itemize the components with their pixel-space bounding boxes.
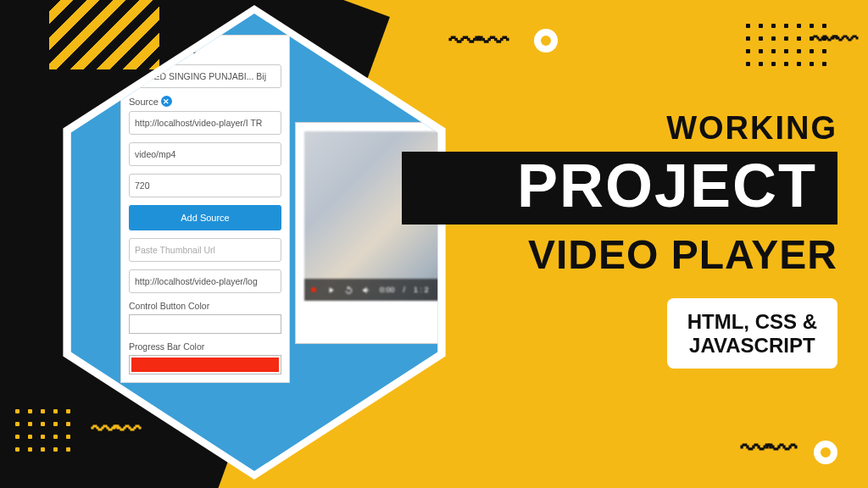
resolution-input[interactable]	[129, 174, 281, 197]
add-source-button[interactable]: Add Source	[129, 205, 281, 230]
progress-dot-icon[interactable]	[311, 287, 316, 292]
time-total: 1 : 2	[414, 286, 429, 294]
volume-icon[interactable]	[362, 286, 371, 295]
remove-source-icon[interactable]: ✕	[161, 96, 172, 107]
hexagon-screenshot: Embed Code Source ✕ Add Source Control B…	[51, 5, 458, 480]
mime-input[interactable]	[129, 142, 281, 166]
source-url-input[interactable]	[129, 111, 281, 135]
video-controls: 0:00 / 1 : 2	[304, 279, 449, 301]
replay-icon[interactable]	[344, 286, 353, 295]
circle-icon	[534, 29, 558, 53]
source-label-row: Source ✕	[129, 96, 281, 107]
tech-pill: HTML, CSS & JAVASCRIPT	[667, 298, 837, 369]
pill-line-1: HTML, CSS &	[687, 310, 817, 333]
progress-color-picker[interactable]	[129, 355, 281, 374]
circle-icon	[814, 441, 837, 464]
thumbnail-url-input[interactable]	[129, 238, 281, 262]
squiggle-icon: 〰〰	[741, 431, 792, 467]
headline-project: PROJECT	[402, 152, 837, 225]
headlines: WORKING PROJECT VIDEO PLAYER HTML, CSS &…	[453, 110, 868, 369]
time-sep: /	[403, 286, 406, 294]
headline-video-player: VIDEO PLAYER	[453, 231, 837, 278]
progress-color-label: Progress Bar Color	[129, 341, 281, 352]
pill-line-2: JAVASCRIPT	[689, 334, 815, 357]
embed-form-panel: Embed Code Source ✕ Add Source Control B…	[120, 35, 290, 383]
source-label: Source	[129, 97, 159, 107]
squiggle-icon: 〰〰	[812, 25, 853, 54]
logo-url-input[interactable]	[129, 269, 281, 293]
headline-working: WORKING	[453, 110, 837, 147]
control-color-picker[interactable]	[129, 314, 281, 334]
time-current: 0:00	[380, 286, 395, 294]
play-icon[interactable]	[326, 286, 336, 295]
control-color-label: Control Button Color	[129, 301, 281, 311]
